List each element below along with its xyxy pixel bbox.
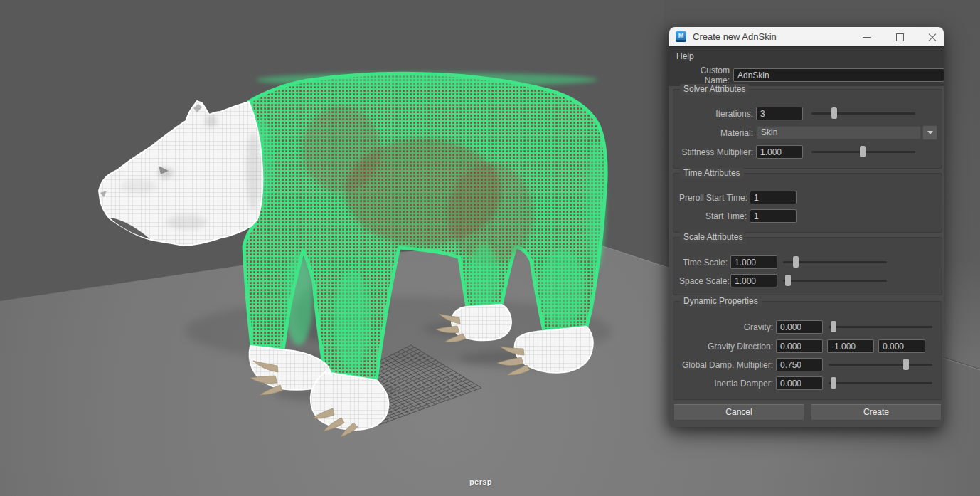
row-space-scale: Space Scale: <box>679 274 937 287</box>
row-stiffness-multiplier: Stiffness Multiplier: <box>679 145 937 159</box>
row-material: Material: Skin <box>679 126 937 139</box>
start-time-input[interactable] <box>750 209 797 223</box>
gravity-label: Gravity: <box>679 322 776 332</box>
slider-track[interactable] <box>783 261 887 263</box>
row-gravity-direction: Gravity Direction: <box>679 339 937 353</box>
start-time-label: Start Time: <box>679 211 750 221</box>
material-select[interactable]: Skin <box>756 126 921 139</box>
space-scale-slider[interactable] <box>783 274 887 287</box>
iterations-slider[interactable] <box>811 107 915 120</box>
gravity-direction-x-input[interactable] <box>776 339 823 353</box>
slider-handle[interactable] <box>903 359 909 370</box>
group-title: Scale Attributes <box>680 232 746 243</box>
slider-track[interactable] <box>829 326 932 328</box>
gravity-direction-label: Gravity Direction: <box>679 342 776 352</box>
inertia-damper-slider[interactable] <box>829 376 932 390</box>
global-damp-multiplier-label: Global Damp. Multiplier: <box>679 360 776 370</box>
chevron-down-icon <box>927 131 933 134</box>
preroll-start-time-label: Preroll Start Time: <box>679 193 750 203</box>
gravity-input[interactable] <box>776 320 823 334</box>
space-scale-label: Space Scale: <box>679 276 730 286</box>
dialog-titlebar[interactable]: M Create new AdnSkin <box>669 27 944 47</box>
group-title: Dynamic Properties <box>680 296 762 307</box>
row-time-scale: Time Scale: <box>679 255 937 269</box>
custom-name-label: Custom Name: <box>675 65 733 85</box>
group-solver-attributes: Solver Attributes Iterations: Material: … <box>673 89 942 169</box>
material-dropdown-button[interactable] <box>922 125 937 140</box>
row-global-damp-multiplier: Global Damp. Multiplier: <box>679 358 937 371</box>
space-scale-input[interactable] <box>730 274 777 287</box>
material-label: Material: <box>679 128 756 138</box>
slider-track[interactable] <box>811 112 915 115</box>
slider-track[interactable] <box>783 280 887 282</box>
row-preroll-start-time: Preroll Start Time: <box>679 191 937 204</box>
create-adnskin-dialog: M Create new AdnSkin Help Custom Name: S… <box>669 27 944 427</box>
global-damp-multiplier-slider[interactable] <box>829 358 932 371</box>
group-time-attributes: Time Attributes Preroll Start Time: Star… <box>673 173 942 233</box>
stiffness-multiplier-label: Stiffness Multiplier: <box>679 147 756 157</box>
maya-viewport-screen: persp M Create new AdnSkin Help Custom N… <box>0 0 980 496</box>
inertia-damper-input[interactable] <box>776 376 823 390</box>
slider-handle[interactable] <box>785 275 791 286</box>
create-button[interactable]: Create <box>811 404 942 421</box>
iterations-label: Iterations: <box>679 109 756 119</box>
group-dynamic-properties: Dynamic Properties Gravity: Gravity Dire… <box>673 301 942 400</box>
slider-track[interactable] <box>829 382 932 384</box>
slider-handle[interactable] <box>831 377 836 389</box>
slider-handle[interactable] <box>831 107 837 119</box>
maximize-icon[interactable] <box>894 31 905 43</box>
bear-paw-front-near <box>311 372 388 430</box>
iterations-input[interactable] <box>756 107 803 120</box>
time-scale-input[interactable] <box>730 255 777 269</box>
minimize-icon[interactable] <box>861 31 873 43</box>
slider-track[interactable] <box>829 364 932 366</box>
group-scale-attributes: Scale Attributes Time Scale: Space Scale… <box>673 237 942 295</box>
slider-handle[interactable] <box>793 256 799 268</box>
dialog-title: Create new AdnSkin <box>693 31 777 42</box>
camera-name-label: persp <box>469 477 492 486</box>
stiffness-multiplier-slider[interactable] <box>811 145 915 159</box>
row-gravity: Gravity: <box>679 320 937 334</box>
group-title: Solver Attributes <box>680 84 749 95</box>
global-damp-multiplier-input[interactable] <box>776 358 823 371</box>
group-title: Time Attributes <box>680 168 744 179</box>
gravity-slider[interactable] <box>829 320 932 334</box>
menu-item-help[interactable]: Help <box>676 49 694 63</box>
slider-handle[interactable] <box>860 146 866 157</box>
close-icon[interactable] <box>927 31 938 43</box>
custom-name-row: Custom Name: <box>675 68 944 82</box>
stiffness-multiplier-input[interactable] <box>756 145 803 159</box>
gravity-direction-y-input[interactable] <box>827 339 874 353</box>
inertia-damper-label: Inertia Damper: <box>679 379 776 389</box>
row-start-time: Start Time: <box>679 209 937 223</box>
gravity-direction-z-input[interactable] <box>878 339 925 353</box>
row-inertia-damper: Inertia Damper: <box>679 376 937 390</box>
cancel-button[interactable]: Cancel <box>673 404 804 421</box>
dialog-header-area: Help Custom Name: <box>669 47 944 86</box>
maya-m-icon: M <box>676 31 686 42</box>
preroll-start-time-input[interactable] <box>750 191 797 204</box>
custom-name-input[interactable] <box>733 68 944 82</box>
row-iterations: Iterations: <box>679 107 937 120</box>
slider-handle[interactable] <box>831 321 836 332</box>
time-scale-label: Time Scale: <box>679 258 730 268</box>
time-scale-slider[interactable] <box>783 255 887 269</box>
